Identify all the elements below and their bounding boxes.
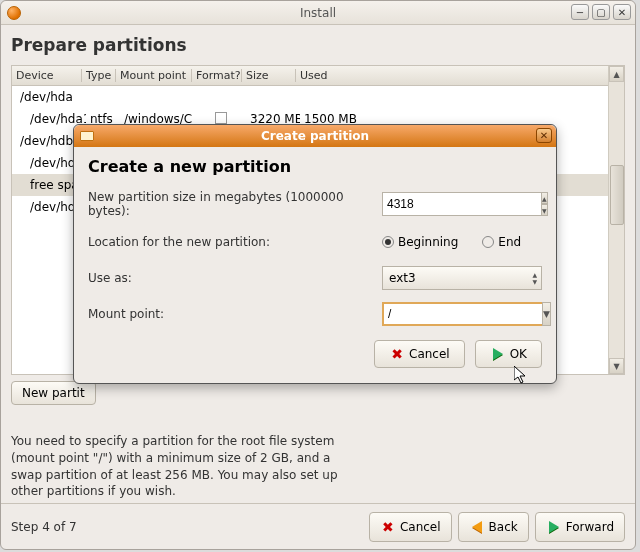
app-icon xyxy=(7,6,21,20)
ok-arrow-icon xyxy=(490,346,506,362)
scrollbar-thumb[interactable] xyxy=(610,165,624,225)
dialog-actions: ✖ Cancel OK xyxy=(88,340,542,368)
bottom-buttons: ✖ Cancel Back Forward xyxy=(369,512,625,542)
table-scrollbar[interactable]: ▲ ▼ xyxy=(608,66,624,374)
new-partition-button[interactable]: New partit xyxy=(11,381,96,405)
dialog-heading: Create a new partition xyxy=(88,157,542,176)
radio-beginning-label: Beginning xyxy=(398,235,458,249)
dialog-body: Create a new partition New partition siz… xyxy=(74,147,556,378)
header-format[interactable]: Format? xyxy=(192,69,242,82)
size-spinbox: ▲ ▼ xyxy=(382,192,542,216)
mount-input[interactable] xyxy=(382,302,542,326)
cancel-icon: ✖ xyxy=(380,519,396,535)
radio-end-icon xyxy=(482,236,494,248)
scroll-down-icon[interactable]: ▼ xyxy=(609,358,624,374)
table-header: Device Type Mount point Format? Size Use… xyxy=(12,66,624,86)
maximize-button[interactable]: ▢ xyxy=(592,4,610,20)
window-title: Install xyxy=(300,6,336,20)
radio-end[interactable]: End xyxy=(482,235,521,249)
use-as-value: ext3 xyxy=(389,271,416,285)
use-as-label: Use as: xyxy=(88,271,382,285)
create-partition-dialog: Create partition ✕ Create a new partitio… xyxy=(73,124,557,384)
spin-up-icon[interactable]: ▲ xyxy=(541,192,548,204)
header-type[interactable]: Type xyxy=(82,69,116,82)
use-as-select[interactable]: ext3 ▲▼ xyxy=(382,266,542,290)
row-size: New partition size in megabytes (1000000… xyxy=(88,190,542,218)
location-label: Location for the new partition: xyxy=(88,235,382,249)
step-label: Step 4 of 7 xyxy=(11,520,77,534)
mount-combo: ▼ xyxy=(382,302,542,326)
bottom-bar: Step 4 of 7 ✖ Cancel Back Forward xyxy=(1,503,635,549)
back-button[interactable]: Back xyxy=(458,512,529,542)
dialog-close-button[interactable]: ✕ xyxy=(536,128,552,143)
dialog-title: Create partition xyxy=(261,129,369,143)
row-location: Location for the new partition: Beginnin… xyxy=(88,230,542,254)
dialog-ok-label: OK xyxy=(510,347,527,361)
folder-icon xyxy=(80,131,94,141)
forward-arrow-icon xyxy=(546,519,562,535)
radio-end-label: End xyxy=(498,235,521,249)
row-mount: Mount point: ▼ xyxy=(88,302,542,326)
size-label: New partition size in megabytes (1000000… xyxy=(88,190,382,218)
header-device[interactable]: Device xyxy=(12,69,82,82)
table-row[interactable]: /dev/hda xyxy=(12,86,624,108)
dialog-cancel-icon: ✖ xyxy=(389,346,405,362)
row-use-as: Use as: ext3 ▲▼ xyxy=(88,266,542,290)
titlebar: Install − ▢ ✕ xyxy=(1,1,635,25)
combo-dropdown-icon[interactable]: ▼ xyxy=(542,302,551,326)
mount-label: Mount point: xyxy=(88,307,382,321)
back-arrow-icon xyxy=(469,519,485,535)
dialog-cancel-label: Cancel xyxy=(409,347,450,361)
header-mount[interactable]: Mount point xyxy=(116,69,192,82)
forward-label: Forward xyxy=(566,520,614,534)
scroll-up-icon[interactable]: ▲ xyxy=(609,66,624,82)
hint-text: You need to specify a partition for the … xyxy=(11,433,351,500)
radio-beginning[interactable]: Beginning xyxy=(382,235,458,249)
cancel-button[interactable]: ✖ Cancel xyxy=(369,512,452,542)
size-input[interactable] xyxy=(382,192,541,216)
header-used[interactable]: Used xyxy=(296,69,624,82)
format-checkbox[interactable] xyxy=(215,112,227,124)
main-close-button[interactable]: ✕ xyxy=(613,4,631,20)
back-label: Back xyxy=(489,520,518,534)
forward-button[interactable]: Forward xyxy=(535,512,625,542)
page-heading: Prepare partitions xyxy=(11,35,625,55)
spin-down-icon[interactable]: ▼ xyxy=(541,204,548,216)
window-controls: − ▢ ✕ xyxy=(571,4,631,20)
cell-device: /dev/hda xyxy=(16,90,86,104)
radio-beginning-icon xyxy=(382,236,394,248)
select-arrows-icon: ▲▼ xyxy=(532,271,537,285)
cancel-label: Cancel xyxy=(400,520,441,534)
dialog-cancel-button[interactable]: ✖ Cancel xyxy=(374,340,465,368)
header-size[interactable]: Size xyxy=(242,69,296,82)
minimize-button[interactable]: − xyxy=(571,4,589,20)
dialog-titlebar: Create partition ✕ xyxy=(74,125,556,147)
dialog-ok-button[interactable]: OK xyxy=(475,340,542,368)
